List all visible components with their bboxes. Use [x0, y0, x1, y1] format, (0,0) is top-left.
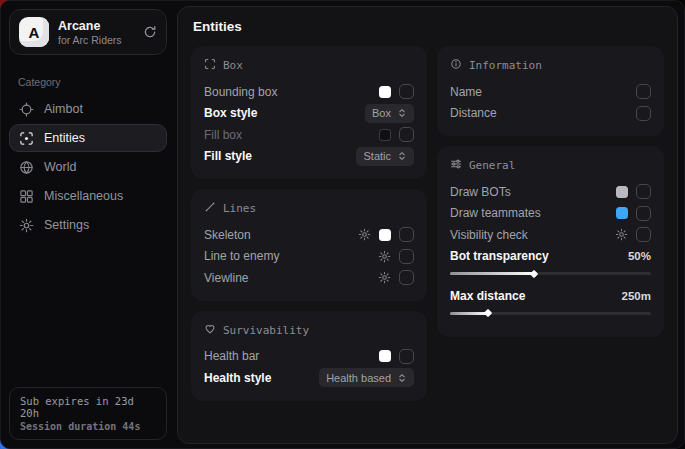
color-swatch[interactable]: [616, 207, 628, 219]
checkbox[interactable]: [399, 349, 414, 364]
card-title: Survivability: [223, 324, 309, 337]
card-header: Box: [204, 58, 414, 73]
setting-row-health-style: Health style Health based: [204, 367, 414, 389]
dropdown-value: Static: [363, 150, 391, 162]
sidebar-item-label: Aimbot: [44, 102, 83, 116]
setting-row-fill-box: Fill box: [204, 124, 414, 146]
setting-label: Health bar: [204, 349, 259, 363]
gear-icon[interactable]: [615, 228, 628, 241]
checkbox[interactable]: [636, 106, 651, 121]
setting-label: Health style: [204, 371, 271, 385]
setting-row-line-to-enemy: Line to enemy: [204, 246, 414, 268]
slider-knob[interactable]: [484, 309, 492, 317]
globe-icon: [19, 160, 34, 175]
color-swatch[interactable]: [379, 350, 391, 362]
setting-label: Fill style: [204, 149, 252, 163]
sidebar-item-label: World: [44, 160, 76, 174]
slider-value: 250m: [622, 290, 651, 302]
main-panel: Entities Box: [177, 6, 678, 444]
session-duration-text: Session duration 44s: [20, 421, 156, 432]
card-survivability: Survivability Health bar Health style: [191, 311, 427, 401]
sidebar-nav: Aimbot Entities: [1, 95, 175, 239]
slider-value: 50%: [628, 250, 651, 262]
setting-row-draw-teammates: Draw teammates: [450, 203, 651, 225]
max-distance-slider[interactable]: [450, 312, 651, 315]
setting-row-bounding-box: Bounding box: [204, 81, 414, 103]
sidebar-item-aimbot[interactable]: Aimbot: [9, 95, 167, 123]
avatar-letter: A: [29, 24, 40, 41]
setting-row-viewline: Viewline: [204, 267, 414, 289]
gear-icon[interactable]: [378, 271, 391, 284]
app-window: A Arcane for Arc Riders Category: [0, 0, 685, 449]
scan-dot-icon: [19, 131, 34, 146]
brand-card: A Arcane for Arc Riders: [9, 9, 167, 55]
setting-label: Skeleton: [204, 228, 251, 242]
chevrons-up-down-icon: [397, 151, 407, 161]
setting-row-distance: Distance: [450, 103, 651, 125]
heart-icon: [204, 323, 216, 338]
card-information: Information Name Distance: [437, 46, 664, 136]
setting-label: Distance: [450, 106, 497, 120]
setting-label: Visibility check: [450, 228, 528, 242]
setting-row-box-style: Box style Box: [204, 103, 414, 125]
sidebar-item-settings[interactable]: Settings: [9, 211, 167, 239]
gear-icon[interactable]: [358, 228, 371, 241]
setting-row-visibility-check: Visibility check: [450, 224, 651, 246]
box-style-dropdown[interactable]: Box: [365, 104, 414, 123]
setting-label: Name: [450, 85, 482, 99]
content-columns: Box Bounding box Box style: [178, 44, 677, 411]
setting-label: Draw BOTs: [450, 185, 511, 199]
brand-subtitle: for Arc Riders: [58, 34, 134, 46]
sliders-icon: [450, 158, 462, 173]
category-label: Category: [18, 76, 175, 88]
slider-fill: [450, 312, 488, 315]
checkbox[interactable]: [399, 270, 414, 285]
sidebar-item-entities[interactable]: Entities: [9, 124, 167, 152]
slider-fill: [450, 272, 534, 275]
setting-label: Bot transparency: [450, 249, 549, 263]
checkbox[interactable]: [399, 249, 414, 264]
card-title: Lines: [223, 202, 256, 215]
checkbox[interactable]: [399, 227, 414, 242]
card-title: Information: [469, 59, 542, 72]
checkbox[interactable]: [636, 84, 651, 99]
desktop-background: A Arcane for Arc Riders Category: [0, 0, 685, 449]
checkbox[interactable]: [636, 227, 651, 242]
checkbox[interactable]: [636, 206, 651, 221]
diagonal-line-icon: [204, 201, 216, 216]
refresh-icon[interactable]: [143, 25, 157, 39]
dropdown-value: Health based: [326, 372, 391, 384]
right-column: Information Name Distance: [437, 46, 664, 411]
checkbox[interactable]: [399, 127, 414, 142]
setting-label: Viewline: [204, 271, 248, 285]
subscription-card: Sub expires in 23d 20h Session duration …: [9, 387, 167, 440]
checkbox[interactable]: [399, 84, 414, 99]
sub-expires-text: Sub expires in 23d 20h: [20, 395, 156, 419]
bot-transparency-slider[interactable]: [450, 272, 651, 275]
gear-icon[interactable]: [378, 250, 391, 263]
sidebar-item-world[interactable]: World: [9, 153, 167, 181]
chevrons-up-down-icon: [397, 108, 407, 118]
sidebar-item-miscellaneous[interactable]: Miscellaneous: [9, 182, 167, 210]
slider-knob[interactable]: [530, 269, 538, 277]
sidebar: A Arcane for Arc Riders Category: [1, 1, 175, 448]
card-box: Box Bounding box Box style: [191, 46, 427, 179]
color-swatch[interactable]: [379, 86, 391, 98]
dropdown-value: Box: [372, 107, 391, 119]
info-icon: [450, 58, 462, 73]
checkbox[interactable]: [636, 184, 651, 199]
color-swatch[interactable]: [616, 186, 628, 198]
color-swatch[interactable]: [379, 229, 391, 241]
card-header: General: [450, 158, 651, 173]
card-header: Information: [450, 58, 651, 73]
page-title: Entities: [178, 7, 677, 44]
setting-row-health-bar: Health bar: [204, 346, 414, 368]
gear-icon: [19, 218, 34, 233]
brand-text: Arcane for Arc Riders: [58, 19, 134, 46]
fill-style-dropdown[interactable]: Static: [356, 147, 414, 166]
health-style-dropdown[interactable]: Health based: [319, 368, 414, 387]
sidebar-item-label: Miscellaneous: [44, 189, 123, 203]
color-swatch[interactable]: [379, 129, 391, 141]
card-header: Survivability: [204, 323, 414, 338]
grid-icon: [19, 189, 34, 204]
